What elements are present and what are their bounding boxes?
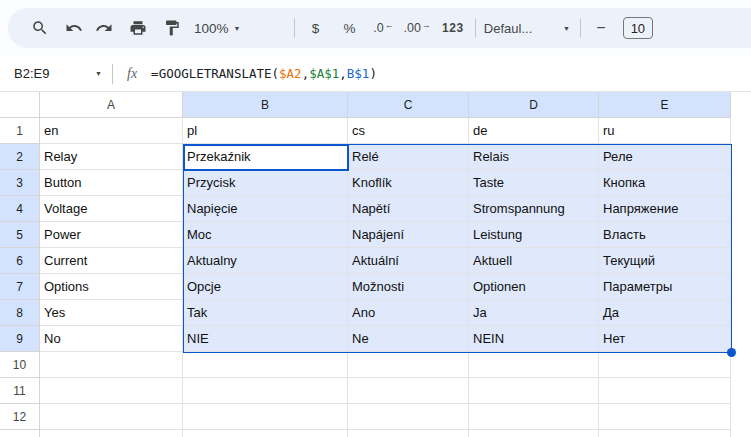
- select-all-corner[interactable]: [0, 92, 40, 118]
- cell-partial[interactable]: [348, 430, 469, 437]
- cell-E9[interactable]: Нет: [599, 326, 731, 352]
- cell-C2[interactable]: Relé: [348, 144, 469, 170]
- undo-button[interactable]: [62, 14, 86, 42]
- format-percent-button[interactable]: %: [337, 14, 361, 42]
- fill-handle[interactable]: [727, 348, 736, 357]
- cell-A7[interactable]: Options: [40, 274, 183, 300]
- cell-partial[interactable]: [469, 430, 599, 437]
- cell-C8[interactable]: Ano: [348, 300, 469, 326]
- cell-E12[interactable]: [599, 404, 731, 430]
- cell-C12[interactable]: [348, 404, 469, 430]
- cell-B10[interactable]: [183, 352, 348, 378]
- search-button[interactable]: [28, 14, 52, 42]
- column-header-A[interactable]: A: [40, 92, 183, 118]
- row-header-6[interactable]: 6: [0, 248, 40, 274]
- font-family-select[interactable]: Defaul... ▼: [484, 14, 570, 42]
- row-header-1[interactable]: 1: [0, 118, 40, 144]
- increase-decimal-button[interactable]: .00 →: [403, 14, 430, 42]
- zoom-select[interactable]: 100% ▼: [194, 14, 240, 42]
- cell-B6[interactable]: Aktualny: [183, 248, 348, 274]
- row-header-4[interactable]: 4: [0, 196, 40, 222]
- cell-D5[interactable]: Leistung: [469, 222, 599, 248]
- row-header-7[interactable]: 7: [0, 274, 40, 300]
- row-header-9[interactable]: 9: [0, 326, 40, 352]
- cell-A11[interactable]: [40, 378, 183, 404]
- cell-E3[interactable]: Кнопка: [599, 170, 731, 196]
- decrease-font-size-button[interactable]: −: [589, 14, 613, 42]
- row-header-11[interactable]: 11: [0, 378, 40, 404]
- cell-D6[interactable]: Aktuell: [469, 248, 599, 274]
- row-header-2[interactable]: 2: [0, 144, 40, 170]
- cell-D7[interactable]: Optionen: [469, 274, 599, 300]
- cell-E2[interactable]: Реле: [599, 144, 731, 170]
- cell-A2[interactable]: Relay: [40, 144, 183, 170]
- cell-partial[interactable]: [599, 430, 731, 437]
- more-formats-button[interactable]: 123: [441, 14, 465, 42]
- cell-D12[interactable]: [469, 404, 599, 430]
- cell-E5[interactable]: Власть: [599, 222, 731, 248]
- row-header-5[interactable]: 5: [0, 222, 40, 248]
- cell-C10[interactable]: [348, 352, 469, 378]
- cell-A10[interactable]: [40, 352, 183, 378]
- cell-C7[interactable]: Možnosti: [348, 274, 469, 300]
- cell-B9[interactable]: NIE: [183, 326, 348, 352]
- cell-B11[interactable]: [183, 378, 348, 404]
- cell-A9[interactable]: No: [40, 326, 183, 352]
- cell-D2[interactable]: Relais: [469, 144, 599, 170]
- cell-E10[interactable]: [599, 352, 731, 378]
- cell-D8[interactable]: Ja: [469, 300, 599, 326]
- cell-E6[interactable]: Текущий: [599, 248, 731, 274]
- cell-A5[interactable]: Power: [40, 222, 183, 248]
- font-size-input[interactable]: 10: [623, 17, 653, 39]
- cell-D9[interactable]: NEIN: [469, 326, 599, 352]
- cell-A12[interactable]: [40, 404, 183, 430]
- cell-D10[interactable]: [469, 352, 599, 378]
- cell-E1[interactable]: ru: [599, 118, 731, 144]
- column-header-D[interactable]: D: [469, 92, 599, 118]
- cell-A1[interactable]: en: [40, 118, 183, 144]
- cell-C11[interactable]: [348, 378, 469, 404]
- print-button[interactable]: [126, 14, 150, 42]
- row-header-12[interactable]: 12: [0, 404, 40, 430]
- cell-B8[interactable]: Tak: [183, 300, 348, 326]
- cell-B12[interactable]: [183, 404, 348, 430]
- cell-C5[interactable]: Napájení: [348, 222, 469, 248]
- cell-C3[interactable]: Knoflík: [348, 170, 469, 196]
- cell-C6[interactable]: Aktuální: [348, 248, 469, 274]
- cell-A6[interactable]: Current: [40, 248, 183, 274]
- formula-text[interactable]: =GOOGLETRANSLATE($A2,$A$1,B$1): [151, 66, 377, 81]
- cell-A3[interactable]: Button: [40, 170, 183, 196]
- column-header-E[interactable]: E: [599, 92, 731, 118]
- cell-D1[interactable]: de: [469, 118, 599, 144]
- cell-A4[interactable]: Voltage: [40, 196, 183, 222]
- cell-D3[interactable]: Taste: [469, 170, 599, 196]
- cell-A8[interactable]: Yes: [40, 300, 183, 326]
- paint-format-button[interactable]: [160, 14, 184, 42]
- cell-B4[interactable]: Napięcie: [183, 196, 348, 222]
- name-box[interactable]: B2:E9 ▼: [0, 56, 112, 91]
- cell-D11[interactable]: [469, 378, 599, 404]
- cell-D4[interactable]: Stromspannung: [469, 196, 599, 222]
- cell-B1[interactable]: pl: [183, 118, 348, 144]
- column-header-B[interactable]: B: [183, 92, 348, 118]
- cell-B2[interactable]: Przekaźnik: [183, 144, 348, 170]
- cell-B3[interactable]: Przycisk: [183, 170, 348, 196]
- row-header-3[interactable]: 3: [0, 170, 40, 196]
- row-header-8[interactable]: 8: [0, 300, 40, 326]
- cell-C1[interactable]: cs: [348, 118, 469, 144]
- cell-B5[interactable]: Moc: [183, 222, 348, 248]
- cell-partial[interactable]: [183, 430, 348, 437]
- cell-E8[interactable]: Да: [599, 300, 731, 326]
- cell-C9[interactable]: Ne: [348, 326, 469, 352]
- row-header-partial[interactable]: [0, 430, 40, 437]
- cell-B7[interactable]: Opcje: [183, 274, 348, 300]
- cell-partial[interactable]: [40, 430, 183, 437]
- cell-C4[interactable]: Napětí: [348, 196, 469, 222]
- column-header-C[interactable]: C: [348, 92, 469, 118]
- decrease-decimal-button[interactable]: .0 ←: [371, 14, 395, 42]
- format-currency-button[interactable]: $: [303, 14, 327, 42]
- row-header-10[interactable]: 10: [0, 352, 40, 378]
- cell-E4[interactable]: Напряжение: [599, 196, 731, 222]
- cell-E7[interactable]: Параметры: [599, 274, 731, 300]
- redo-button[interactable]: [92, 14, 116, 42]
